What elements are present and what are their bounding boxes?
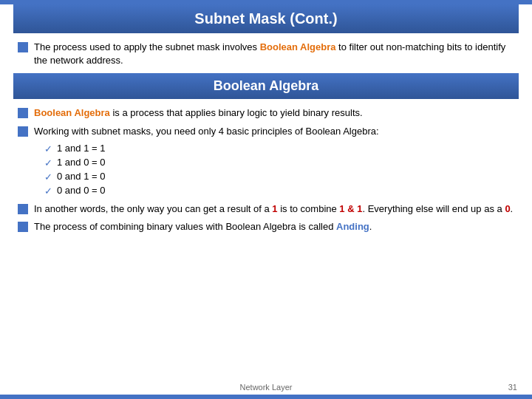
footer: Network Layer 31 — [0, 383, 532, 392]
bottom-bullet-text-1: In another words, the only way you can g… — [34, 202, 513, 216]
check-text-3: 0 and 1 = 0 — [57, 171, 105, 182]
intro-bullet-text: The process used to apply the subnet mas… — [34, 41, 514, 67]
checkmark-icon-2: ✓ — [44, 157, 52, 168]
bullet-square-icon-2 — [18, 108, 28, 118]
bottom-bullet-text-2: The process of combining binary values w… — [34, 220, 372, 233]
check-text-2: 1 and 0 = 0 — [57, 157, 105, 168]
intro-bullet: The process used to apply the subnet mas… — [18, 41, 514, 67]
anding-highlight: Anding — [336, 221, 369, 232]
check-text-4: 0 and 0 = 0 — [57, 185, 105, 196]
bullet-square-icon-5 — [18, 222, 28, 232]
checkmark-icon-3: ✓ — [44, 171, 52, 183]
bottom-bullet-1: In another words, the only way you can g… — [18, 202, 514, 216]
red-0: 0 — [505, 203, 510, 214]
slide-title: Subnet Mask (Cont.) — [13, 4, 519, 33]
check-item-2: ✓ 1 and 0 = 0 — [44, 157, 514, 168]
bullet-boolean-text: Boolean Algebra is a process that applie… — [34, 106, 363, 120]
red-1-1: 1 & 1 — [339, 203, 362, 214]
check-item-3: ✓ 0 and 1 = 0 — [44, 171, 514, 183]
bullet-working-text: Working with subnet masks, you need only… — [34, 125, 379, 138]
check-item-1: ✓ 1 and 1 = 1 — [44, 143, 514, 154]
bullet-square-icon-3 — [18, 126, 28, 137]
bottom-border — [0, 395, 532, 399]
section-header: Boolean Algebra — [13, 73, 519, 99]
bullet-boolean-algebra-def: Boolean Algebra is a process that applie… — [18, 106, 514, 120]
bullet-square-icon — [18, 42, 28, 52]
page-number: 31 — [508, 383, 517, 392]
check-list: ✓ 1 and 1 = 1 ✓ 1 and 0 = 0 ✓ 0 and 1 = … — [44, 143, 514, 197]
check-text-1: 1 and 1 = 1 — [57, 143, 105, 154]
bullet-square-icon-4 — [18, 204, 28, 214]
bottom-bullet-2: The process of combining binary values w… — [18, 220, 514, 233]
footer-label: Network Layer — [13, 383, 519, 392]
check-item-4: ✓ 0 and 0 = 0 — [44, 185, 514, 197]
boolean-algebra-highlight-2: Boolean Algebra — [34, 107, 110, 118]
red-1: 1 — [272, 203, 277, 214]
checkmark-icon-4: ✓ — [44, 185, 52, 197]
boolean-algebra-highlight-1: Boolean Algebra — [260, 41, 336, 52]
checkmark-icon-1: ✓ — [44, 143, 52, 154]
bullet-working-with: Working with subnet masks, you need only… — [18, 125, 514, 138]
